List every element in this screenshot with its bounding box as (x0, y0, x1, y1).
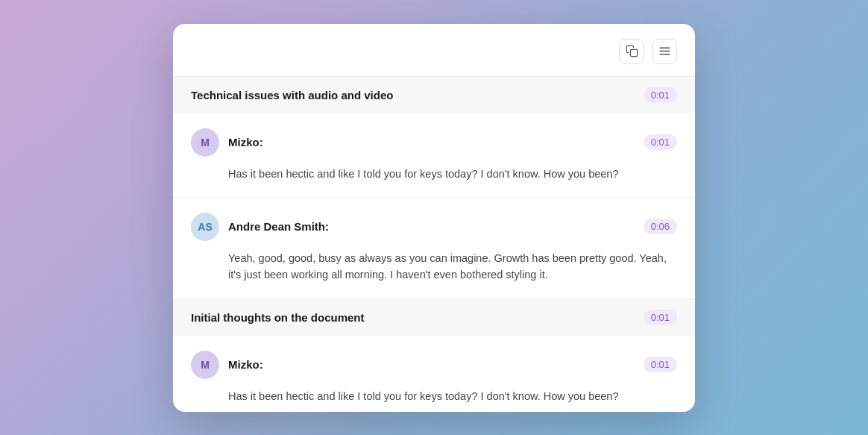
menu-icon (658, 45, 671, 57)
message-text: Has it been hectic and like I told you f… (191, 388, 677, 404)
copy-button[interactable] (619, 39, 644, 64)
author-name: Andre Dean Smith: (228, 220, 329, 233)
message-author: AS Andre Dean Smith: (191, 213, 329, 241)
message-block: M Mizko: 0:01 Has it been hectic and lik… (173, 113, 695, 198)
message-header: M Mizko: 0:01 (191, 128, 677, 157)
menu-button[interactable] (652, 39, 677, 64)
message-block: M Mizko: 0:01 Has it been hectic and lik… (173, 336, 695, 412)
transcript-card: Technical issues with audio and video 0:… (173, 24, 695, 412)
section-header: Technical issues with audio and video 0:… (173, 77, 695, 113)
message-timestamp: 0:01 (644, 357, 677, 372)
message-text: Has it been hectic and like I told you f… (191, 166, 677, 182)
message-header: M Mizko: 0:01 (191, 351, 677, 379)
copy-icon (626, 45, 638, 57)
header-actions (619, 39, 677, 64)
author-name: Mizko: (228, 136, 263, 148)
avatar: M (191, 128, 219, 157)
author-name: Mizko: (228, 358, 263, 371)
section-timestamp: 0:01 (644, 310, 677, 325)
section-timestamp: 0:01 (644, 87, 677, 103)
message-timestamp: 0:01 (644, 134, 677, 150)
message-block: AS Andre Dean Smith: 0:06 Yeah, good, go… (173, 198, 695, 299)
avatar: AS (191, 213, 219, 241)
message-timestamp: 0:06 (644, 219, 677, 234)
message-text: Yeah, good, good, busy as always as you … (191, 250, 677, 284)
section-title: Initial thoughts on the document (191, 311, 364, 324)
section-header: Initial thoughts on the document 0:01 (173, 299, 695, 336)
message-author: M Mizko: (191, 351, 263, 379)
svg-rect-0 (630, 49, 637, 56)
avatar: M (191, 351, 219, 379)
header (173, 24, 695, 77)
transcript-content: Technical issues with audio and video 0:… (173, 77, 695, 412)
message-header: AS Andre Dean Smith: 0:06 (191, 213, 677, 241)
section-title: Technical issues with audio and video (191, 89, 393, 101)
message-author: M Mizko: (191, 128, 263, 157)
